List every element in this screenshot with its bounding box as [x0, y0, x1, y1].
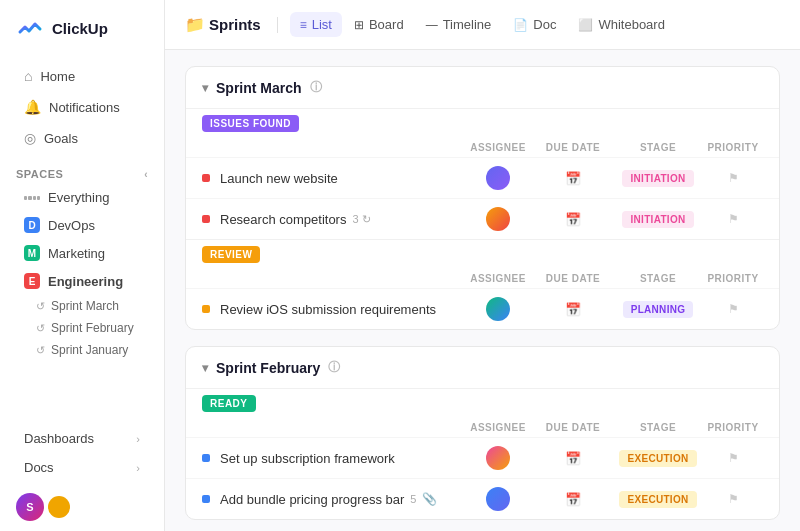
spaces-chevron-icon[interactable]: ‹: [144, 169, 148, 180]
task-stage-4: EXECUTION: [613, 450, 703, 467]
task-dot-blue-1: [202, 454, 210, 462]
task-row-subscription[interactable]: Set up subscription framework 📅 EXECUTIO…: [186, 437, 779, 478]
secondary-avatar[interactable]: [48, 496, 70, 518]
sidebar-item-everything-label: Everything: [48, 190, 109, 205]
sidebar-item-docs[interactable]: Docs ›: [8, 454, 156, 481]
folder-icon: 📁: [185, 15, 205, 34]
calendar-icon-4: 📅: [565, 451, 581, 466]
content-area: ▾ Sprint March ⓘ ISSUES FOUND ASSIGNEE D…: [165, 50, 800, 531]
col-due-header-r: DUE DATE: [533, 273, 613, 284]
docs-chevron-icon: ›: [136, 462, 140, 474]
task-due-5: 📅: [533, 492, 613, 507]
flag-icon-2: ⚑: [728, 212, 739, 226]
timeline-tab-icon: —: [426, 18, 438, 32]
sidebar-item-goals[interactable]: ◎ Goals: [8, 123, 156, 153]
grid-icon: [24, 196, 40, 200]
review-badge: REVIEW: [202, 246, 260, 263]
task-assignee-4: [463, 446, 533, 470]
dashboards-chevron-icon: ›: [136, 433, 140, 445]
sidebar-item-engineering-label: Engineering: [48, 274, 123, 289]
stage-badge-execution-2: EXECUTION: [619, 491, 696, 508]
sidebar-item-everything[interactable]: Everything: [8, 185, 156, 210]
col-priority-header-r: PRIORITY: [703, 273, 763, 284]
sidebar-item-devops[interactable]: D DevOps: [8, 212, 156, 238]
calendar-icon-3: 📅: [565, 302, 581, 317]
sidebar-subitem-sprint-february[interactable]: ↺ Sprint February: [0, 317, 164, 339]
calendar-icon-2: 📅: [565, 212, 581, 227]
target-icon: ◎: [24, 130, 36, 146]
avatar-1: [486, 166, 510, 190]
sidebar-item-notifications[interactable]: 🔔 Notifications: [8, 92, 156, 122]
task-name-research-competitors: Research competitors 3 ↻: [220, 212, 463, 227]
col-stage-header: STAGE: [613, 142, 703, 153]
sidebar-item-goals-label: Goals: [44, 131, 78, 146]
dashboards-label: Dashboards: [24, 431, 94, 446]
task-assignee-3: [463, 297, 533, 321]
task-dot-blue-2: [202, 495, 210, 503]
sidebar-footer: S: [0, 483, 164, 531]
sprint-february-info-icon: ⓘ: [328, 359, 340, 376]
sidebar-item-home[interactable]: ⌂ Home: [8, 61, 156, 91]
task-name-subscription: Set up subscription framework: [220, 451, 463, 466]
tab-list[interactable]: ≡ List: [290, 12, 342, 37]
task-row-research-competitors[interactable]: Research competitors 3 ↻ 📅 INITIATION: [186, 198, 779, 239]
sidebar: ClickUp ⌂ Home 🔔 Notifications ◎ Goals S…: [0, 0, 165, 531]
sprint-february-section: ▾ Sprint February ⓘ READY ASSIGNEE DUE D…: [185, 346, 780, 520]
sprint-march-section: ▾ Sprint March ⓘ ISSUES FOUND ASSIGNEE D…: [185, 66, 780, 330]
task-row-review-ios[interactable]: Review iOS submission requirements 📅 PLA…: [186, 288, 779, 329]
col-headers-issues: ASSIGNEE DUE DATE STAGE PRIORITY: [186, 138, 779, 157]
sidebar-subitem-sprint-january[interactable]: ↺ Sprint January: [0, 339, 164, 361]
sprint-icon-february: ↺: [36, 322, 45, 335]
calendar-icon-1: 📅: [565, 171, 581, 186]
logo[interactable]: ClickUp: [0, 0, 164, 56]
flag-icon-1: ⚑: [728, 171, 739, 185]
sprint-march-header[interactable]: ▾ Sprint March ⓘ: [186, 67, 779, 108]
avatar-3: [486, 297, 510, 321]
task-stage-3: PLANNING: [613, 301, 703, 318]
sidebar-subitem-sprint-march-label: Sprint March: [51, 299, 119, 313]
col-due-header-rd: DUE DATE: [533, 422, 613, 433]
col-headers-ready: ASSIGNEE DUE DATE STAGE PRIORITY: [186, 418, 779, 437]
tab-whiteboard[interactable]: ⬜ Whiteboard: [568, 12, 674, 37]
sidebar-item-marketing-label: Marketing: [48, 246, 105, 261]
board-tab-icon: ⊞: [354, 18, 364, 32]
task-priority-5: ⚑: [703, 492, 763, 506]
stage-badge-initiation-2: INITIATION: [622, 211, 693, 228]
tab-board[interactable]: ⊞ Board: [344, 12, 414, 37]
task-row-bundle-pricing[interactable]: Add bundle pricing progress bar 5 📎 📅 EX…: [186, 478, 779, 519]
ready-badge: READY: [202, 395, 256, 412]
col-priority-header: PRIORITY: [703, 142, 763, 153]
sidebar-item-marketing[interactable]: M Marketing: [8, 240, 156, 266]
sidebar-item-engineering[interactable]: E Engineering: [8, 268, 156, 294]
tab-timeline[interactable]: — Timeline: [416, 12, 502, 37]
task-priority-3: ⚑: [703, 302, 763, 316]
col-due-header: DUE DATE: [533, 142, 613, 153]
stage-badge-planning: PLANNING: [623, 301, 694, 318]
sprint-february-header[interactable]: ▾ Sprint February ⓘ: [186, 347, 779, 388]
user-avatar[interactable]: S: [16, 493, 44, 521]
sidebar-item-dashboards[interactable]: Dashboards ›: [8, 425, 156, 452]
doc-tab-icon: 📄: [513, 18, 528, 32]
tab-doc[interactable]: 📄 Doc: [503, 12, 566, 37]
task-row-launch-website[interactable]: Launch new website 📅 INITIATION ⚑: [186, 157, 779, 198]
task-due-1: 📅: [533, 171, 613, 186]
col-stage-header-rd: STAGE: [613, 422, 703, 433]
whiteboard-tab-icon: ⬜: [578, 18, 593, 32]
divider: [277, 17, 278, 33]
sprint-february-chevron-icon: ▾: [202, 361, 208, 375]
group-ready: READY ASSIGNEE DUE DATE STAGE PRIORITY S…: [186, 388, 779, 519]
sidebar-item-notifications-label: Notifications: [49, 100, 120, 115]
spaces-label: Spaces: [16, 168, 63, 180]
ready-label-row: READY: [186, 389, 779, 418]
col-assignee-header: ASSIGNEE: [463, 142, 533, 153]
sidebar-subitem-sprint-march[interactable]: ↺ Sprint March: [0, 295, 164, 317]
flag-icon-4: ⚑: [728, 451, 739, 465]
flag-icon-5: ⚑: [728, 492, 739, 506]
task-sub-count-5: 5: [410, 493, 416, 505]
task-due-4: 📅: [533, 451, 613, 466]
col-assignee-header-r: ASSIGNEE: [463, 273, 533, 284]
home-icon: ⌂: [24, 68, 32, 84]
sprint-icon-march: ↺: [36, 300, 45, 313]
task-name-bundle-pricing: Add bundle pricing progress bar 5 📎: [220, 492, 463, 507]
group-issues-found: ISSUES FOUND ASSIGNEE DUE DATE STAGE PRI…: [186, 108, 779, 239]
